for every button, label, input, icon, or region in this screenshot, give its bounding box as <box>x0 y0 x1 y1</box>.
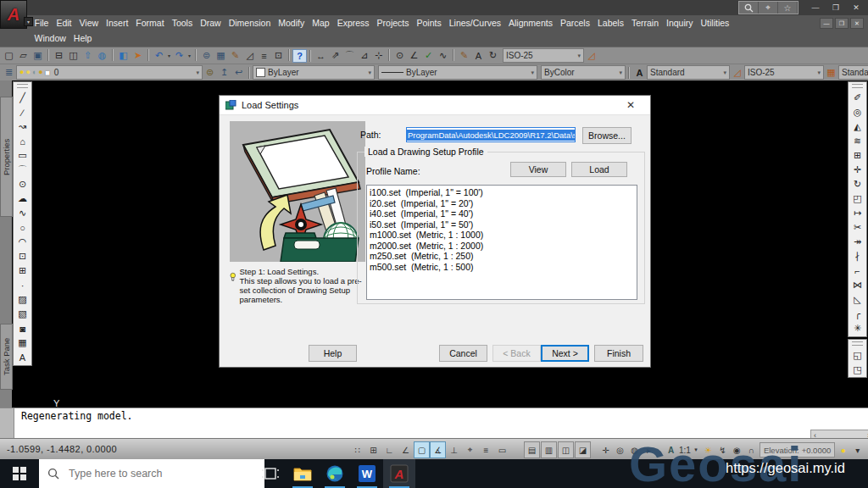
draworder-front-icon[interactable]: ◱ <box>850 348 865 363</box>
insert-block-icon[interactable]: ⊡ <box>15 249 30 263</box>
extend-icon[interactable]: ↠ <box>850 235 865 249</box>
join-icon[interactable]: ⋈ <box>850 278 865 292</box>
sheetset-icon[interactable]: ⊜ <box>199 49 214 63</box>
layer-states-icon[interactable]: ⊜ <box>203 66 217 80</box>
menu-item[interactable]: Map <box>309 15 333 30</box>
view-button[interactable]: View <box>510 162 566 177</box>
toolpalettes-icon[interactable]: ▦ <box>214 49 228 63</box>
workspace-gear-icon[interactable]: ◉ <box>730 442 744 458</box>
pointer-icon[interactable]: ➤ <box>131 49 145 63</box>
text-style-combo[interactable]: Standard ▾ <box>647 65 730 80</box>
elevation-field[interactable]: Elevation: +0.0000 <box>760 442 835 458</box>
layout-icon[interactable]: ▥ <box>541 441 557 458</box>
restore-button[interactable]: ❐ <box>827 2 844 14</box>
layer-properties-icon[interactable]: ≣ <box>2 66 16 80</box>
annotation-scale-value[interactable]: 1:1 <box>679 446 691 455</box>
table-style-combo[interactable]: Standard <box>838 65 868 80</box>
gradient-icon[interactable]: ▧ <box>15 307 30 321</box>
break-at-point-icon[interactable]: ∤ <box>850 249 865 263</box>
open-icon[interactable]: ▱ <box>16 49 31 63</box>
save-icon[interactable]: ▣ <box>31 49 45 63</box>
profile-list[interactable]: i100.set (Imperial, 1" = 100')i20.set (I… <box>366 185 637 300</box>
menu-item[interactable]: Tools <box>168 15 197 30</box>
dwf-icon[interactable]: ◍ <box>95 49 109 63</box>
menu-item[interactable]: Insert <box>103 15 132 30</box>
layer-combo[interactable]: ●●◐●■ 0 ▾ <box>16 65 203 80</box>
cancel-button[interactable]: Cancel <box>439 345 487 362</box>
fillet-icon[interactable]: ╭ <box>850 307 865 321</box>
profile-list-item[interactable]: i50.set (Imperial, 1" = 50') <box>367 219 637 230</box>
profile-list-item[interactable]: i40.set (Imperial, 1" = 40') <box>367 208 637 219</box>
menu-item[interactable]: Help <box>70 30 96 46</box>
revcloud-icon[interactable]: ☁ <box>15 191 30 206</box>
communication-center-icon[interactable]: ⌖ <box>759 2 778 14</box>
scale-list-icon[interactable]: ◿ <box>242 49 257 63</box>
break-icon[interactable]: ⌐ <box>850 263 865 278</box>
toolbar-separator[interactable] <box>388 49 390 61</box>
ellipse-arc-icon[interactable]: ◠ <box>15 235 30 249</box>
quickcalc-icon[interactable]: ⊡ <box>271 49 286 63</box>
toolbar-separator[interactable] <box>47 49 49 61</box>
path-input[interactable]: ProgramData\Autodesk\LDC2009\R17.2\Data\… <box>406 127 576 142</box>
command-line-window[interactable]: Regenerating model. ‹ › <box>0 408 868 439</box>
layout2-icon[interactable]: ◫ <box>558 441 574 458</box>
toolbar-drag-handle[interactable] <box>17 84 28 88</box>
make-object-layer-icon[interactable]: ↥ <box>217 66 231 80</box>
help-button[interactable]: Help <box>309 345 357 362</box>
menu-item[interactable]: View <box>75 15 103 30</box>
toolbar-separator[interactable] <box>147 49 149 61</box>
taskbar-search[interactable] <box>39 459 264 488</box>
menu-item[interactable]: Format <box>132 15 168 30</box>
annotation-autoscale-icon[interactable]: ↯ <box>715 442 730 458</box>
dialog-close-icon[interactable]: ✕ <box>617 99 644 111</box>
toolbar-drag-handle[interactable] <box>852 84 863 88</box>
dim-edit-icon[interactable]: ✎ <box>457 49 471 63</box>
mtext-icon[interactable]: A <box>15 350 30 364</box>
dim-jogged-icon[interactable]: ⊿ <box>357 49 371 63</box>
ducs-toggle[interactable]: ⊥ <box>446 441 462 458</box>
redo-dropdown-icon[interactable]: ▾ <box>186 49 192 63</box>
dimstyle-icon[interactable]: ◿ <box>584 49 598 63</box>
linetype-combo[interactable]: ByLayer ▾ <box>378 65 537 80</box>
plot-icon[interactable]: ⊟ <box>52 49 66 63</box>
showmotion-icon[interactable]: ▸ <box>642 442 656 458</box>
redo-icon[interactable]: ↷ <box>172 49 186 63</box>
model-toggle[interactable]: ▭ <box>494 441 510 458</box>
offset-icon[interactable]: ≋ <box>850 134 865 148</box>
spline-icon[interactable]: ∿ <box>15 206 30 220</box>
dim-arclength-icon[interactable]: ⌒ <box>342 49 357 63</box>
command-window-drag-bar[interactable] <box>0 408 14 439</box>
drawing-minimize-button[interactable]: — <box>820 18 833 29</box>
move-icon[interactable]: ✛ <box>850 163 865 177</box>
qnew-icon[interactable]: ▢ <box>2 49 16 63</box>
menu-item[interactable]: Utilities <box>697 15 733 30</box>
drawing-close-button[interactable]: ✕ <box>850 18 864 29</box>
dim-linear-icon[interactable]: ↔ <box>314 49 328 63</box>
array-icon[interactable]: ⊞ <box>850 148 865 163</box>
dim-center-icon[interactable]: ⊙ <box>392 49 407 63</box>
profile-list-item[interactable]: i20.set (Imperial, 1" = 20') <box>367 198 637 209</box>
menu-item[interactable]: Window <box>31 30 70 46</box>
dim-text-edit-icon[interactable]: A <box>471 49 486 63</box>
edge-browser-button[interactable] <box>319 459 351 488</box>
polyline-icon[interactable]: ↝ <box>15 119 30 134</box>
rectangle-icon[interactable]: ▭ <box>15 148 30 163</box>
finish-button[interactable]: Finish <box>594 345 643 362</box>
menu-item[interactable]: Inquiry <box>663 15 698 30</box>
menu-item[interactable]: File <box>31 15 53 30</box>
load-button[interactable]: Load <box>571 162 627 177</box>
undo-icon[interactable]: ↶ <box>152 49 166 63</box>
arc-icon[interactable]: ⌒ <box>15 163 30 177</box>
start-button[interactable] <box>0 459 39 488</box>
menu-item[interactable]: Edit <box>53 15 75 30</box>
ellipse-icon[interactable]: ○ <box>15 220 30 235</box>
toolbar-separator[interactable] <box>112 49 114 61</box>
dialog-title-bar[interactable]: Load Settings ✕ <box>220 96 650 115</box>
profile-list-item[interactable]: m250.set (Metric, 1 : 250) <box>367 251 637 262</box>
make-block-icon[interactable]: ⊞ <box>15 263 30 278</box>
dim-style-combo-2[interactable]: ISO-25 ▾ <box>744 65 824 80</box>
close-button[interactable]: ✕ <box>848 2 865 14</box>
autocad-logo[interactable]: A ▾ <box>0 0 27 29</box>
menu-item[interactable]: Projects <box>373 15 413 30</box>
explode-icon[interactable]: ✳ <box>850 321 865 336</box>
